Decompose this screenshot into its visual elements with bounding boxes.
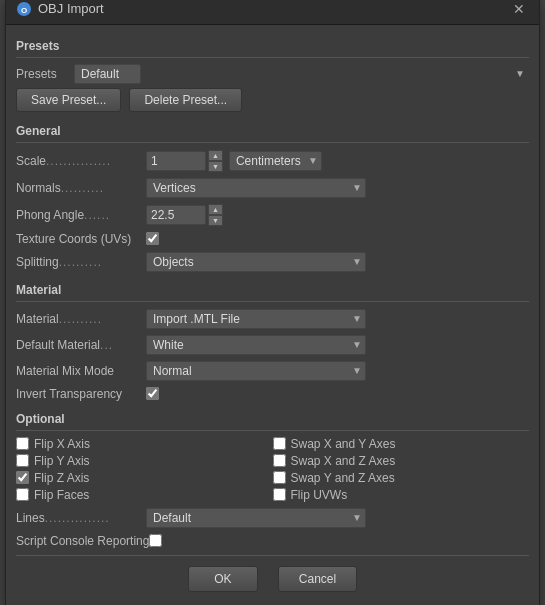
ok-button[interactable]: OK	[188, 566, 258, 592]
normals-select-wrapper: Vertices Face None ▼	[146, 178, 366, 198]
invert-label: Invert Transparency	[16, 387, 146, 401]
flip-z-checkbox[interactable]	[16, 471, 29, 484]
material-select[interactable]: Import .MTL File None	[146, 309, 366, 329]
scale-unit-wrapper: Centimeters Meters Inches Feet ▼	[229, 151, 322, 171]
flip-uvws-checkbox[interactable]	[273, 488, 286, 501]
material-label: Material..........	[16, 312, 146, 326]
texture-row: Texture Coords (UVs)	[16, 231, 529, 247]
obj-import-dialog: O OBJ Import ✕ Presets Presets Default ▼…	[5, 0, 540, 605]
lines-label: Lines...............	[16, 511, 146, 525]
flip-faces-label: Flip Faces	[34, 488, 89, 502]
mix-mode-select-wrapper: Normal Multiply Add ▼	[146, 361, 366, 381]
material-select-wrapper: Import .MTL File None ▼	[146, 309, 366, 329]
presets-label: Presets	[16, 67, 66, 81]
lines-row: Lines............... Default None ▼	[16, 507, 529, 529]
flip-z-label: Flip Z Axis	[34, 471, 89, 485]
phong-row: Phong Angle...... ▲ ▼	[16, 203, 529, 227]
save-preset-button[interactable]: Save Preset...	[16, 88, 121, 112]
default-material-select-wrapper: White Black None ▼	[146, 335, 366, 355]
swap-xy-label: Swap X and Y Axes	[291, 437, 396, 451]
flip-x-item: Flip X Axis	[16, 437, 273, 451]
phong-up-btn[interactable]: ▲	[208, 204, 223, 215]
invert-row: Invert Transparency	[16, 386, 529, 402]
optional-section-header: Optional	[16, 406, 529, 431]
scale-row: Scale............... ▲ ▼ Centimeters Met…	[16, 149, 529, 173]
script-checkbox[interactable]	[149, 534, 162, 547]
texture-label: Texture Coords (UVs)	[16, 232, 146, 246]
swap-yz-label: Swap Y and Z Axes	[291, 471, 395, 485]
footer: OK Cancel	[16, 555, 529, 604]
default-material-select[interactable]: White Black None	[146, 335, 366, 355]
lines-select-wrapper: Default None ▼	[146, 508, 366, 528]
mix-mode-select[interactable]: Normal Multiply Add	[146, 361, 366, 381]
scale-up-btn[interactable]: ▲	[208, 150, 223, 161]
flip-y-checkbox[interactable]	[16, 454, 29, 467]
flip-x-checkbox[interactable]	[16, 437, 29, 450]
dialog-content: Presets Presets Default ▼ Save Preset...…	[6, 25, 539, 606]
script-row: Script Console Reporting	[16, 533, 529, 549]
flip-uvws-label: Flip UVWs	[291, 488, 348, 502]
script-label: Script Console Reporting	[16, 534, 149, 548]
splitting-select-wrapper: Objects Groups None ▼	[146, 252, 366, 272]
normals-label: Normals..........	[16, 181, 146, 195]
phong-label: Phong Angle......	[16, 208, 146, 222]
cancel-button[interactable]: Cancel	[278, 566, 357, 592]
swap-xz-label: Swap X and Z Axes	[291, 454, 396, 468]
flip-y-item: Flip Y Axis	[16, 454, 273, 468]
scale-input[interactable]	[146, 151, 206, 171]
default-material-label: Default Material...	[16, 338, 146, 352]
splitting-label: Splitting..........	[16, 255, 146, 269]
swap-yz-item: Swap Y and Z Axes	[273, 471, 530, 485]
general-section-header: General	[16, 118, 529, 143]
presets-select[interactable]: Default	[74, 64, 141, 84]
presets-select-wrapper: Default ▼	[74, 64, 529, 84]
swap-xy-item: Swap X and Y Axes	[273, 437, 530, 451]
flip-faces-item: Flip Faces	[16, 488, 273, 502]
splitting-select[interactable]: Objects Groups None	[146, 252, 366, 272]
close-button[interactable]: ✕	[509, 0, 529, 18]
optional-grid: Flip X Axis Swap X and Y Axes Flip Y Axi…	[16, 437, 529, 502]
preset-buttons: Save Preset... Delete Preset...	[16, 88, 529, 112]
presets-row: Presets Default ▼	[16, 64, 529, 84]
swap-xz-item: Swap X and Z Axes	[273, 454, 530, 468]
phong-down-btn[interactable]: ▼	[208, 215, 223, 226]
delete-preset-button[interactable]: Delete Preset...	[129, 88, 242, 112]
scale-label: Scale...............	[16, 154, 146, 168]
invert-checkbox[interactable]	[146, 387, 159, 400]
presets-select-arrow: ▼	[515, 68, 525, 79]
normals-row: Normals.......... Vertices Face None ▼	[16, 177, 529, 199]
texture-checkbox[interactable]	[146, 232, 159, 245]
flip-x-label: Flip X Axis	[34, 437, 90, 451]
title-bar-left: O OBJ Import	[16, 1, 104, 17]
phong-input[interactable]	[146, 205, 206, 225]
scale-down-btn[interactable]: ▼	[208, 161, 223, 172]
mix-mode-row: Material Mix Mode Normal Multiply Add ▼	[16, 360, 529, 382]
default-material-row: Default Material... White Black None ▼	[16, 334, 529, 356]
scale-spinner: ▲ ▼	[208, 150, 223, 172]
title-bar: O OBJ Import ✕	[6, 0, 539, 25]
obj-icon: O	[16, 1, 32, 17]
splitting-row: Splitting.......... Objects Groups None …	[16, 251, 529, 273]
swap-xz-checkbox[interactable]	[273, 454, 286, 467]
presets-section-header: Presets	[16, 33, 529, 58]
flip-uvws-item: Flip UVWs	[273, 488, 530, 502]
flip-faces-checkbox[interactable]	[16, 488, 29, 501]
dialog-title: OBJ Import	[38, 1, 104, 16]
flip-z-item: Flip Z Axis	[16, 471, 273, 485]
normals-select[interactable]: Vertices Face None	[146, 178, 366, 198]
material-row: Material.......... Import .MTL File None…	[16, 308, 529, 330]
swap-xy-checkbox[interactable]	[273, 437, 286, 450]
mix-mode-label: Material Mix Mode	[16, 364, 146, 378]
material-section-header: Material	[16, 277, 529, 302]
flip-y-label: Flip Y Axis	[34, 454, 90, 468]
scale-unit-select[interactable]: Centimeters Meters Inches Feet	[229, 151, 322, 171]
phong-spinner: ▲ ▼	[208, 204, 223, 226]
svg-text:O: O	[21, 6, 27, 15]
swap-yz-checkbox[interactable]	[273, 471, 286, 484]
lines-select[interactable]: Default None	[146, 508, 366, 528]
